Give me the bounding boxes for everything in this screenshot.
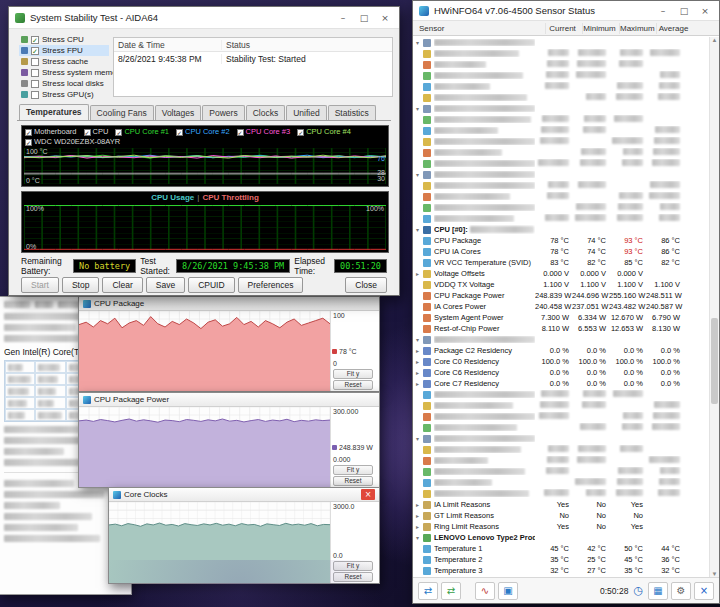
column-header-average[interactable]: Average [656,23,693,34]
tab-powers[interactable]: Powers [202,105,244,120]
close-icon[interactable]: × [361,489,375,500]
column-header-maximum[interactable]: Maximum [619,23,656,34]
graph-titlebar[interactable]: Core Clocks × [109,488,379,502]
stress-checkbox[interactable]: ✓ [31,47,39,55]
tab-temperatures[interactable]: Temperatures [19,104,89,120]
redacted-sensor-value [646,181,683,190]
minimize-button[interactable]: – [335,13,351,23]
stress-option[interactable]: ✓Stress FPU [19,45,109,56]
report-button[interactable]: ▦ [648,582,668,600]
maximize-button[interactable]: □ [356,13,372,23]
stress-checkbox[interactable] [31,91,39,99]
sensor-scrollbar[interactable]: ▲ ▼ [709,37,719,577]
sensor-section-header[interactable]: ▾CPU [#0]: [413,224,709,235]
tab-clocks[interactable]: Clocks [246,105,286,120]
sensor-row[interactable]: System Agent Power7.300 W6.334 W12.670 W… [413,312,709,323]
sensor-row[interactable]: Rest-of-Chip Power8.110 W6.553 W12.653 W… [413,323,709,334]
column-header-datetime[interactable]: Date & Time [114,40,222,50]
sensor-section-header[interactable]: ▾LENOVO Lenovo Type2 Product () [413,532,709,543]
sensor-row[interactable]: CPU Package78 °C74 °C93 °C86 °C [413,235,709,246]
stress-checkbox[interactable]: ✓ [31,36,39,44]
save-button[interactable]: Save [146,277,185,293]
redacted-text [660,71,680,78]
graph-titlebar[interactable]: CPU Package Power [79,393,379,407]
graph-button[interactable]: ∿ [475,582,495,600]
expand-icon: ▸ [416,380,423,387]
stress-checkbox[interactable] [31,69,39,77]
legend-checkbox[interactable]: ✓ [176,129,183,136]
sensor-row[interactable]: VDDQ TX Voltage1.100 V1.100 V1.100 V1.10… [413,279,709,290]
stress-option[interactable]: ✓Stress CPU [19,34,109,45]
minimize-button[interactable]: – [655,6,671,16]
stress-checkbox[interactable] [31,58,39,66]
sensor-row[interactable]: ▸Core C6 Residency0.0 %0.0 %0.0 %0.0 % [413,367,709,378]
stress-option[interactable]: Stress cache [19,56,109,67]
sensor-row[interactable]: VR VCC Temperature (SVID)83 °C82 °C85 °C… [413,257,709,268]
sensor-row[interactable]: IA Cores Power240.458 W237.051 W243.482 … [413,301,709,312]
graph-titlebar[interactable]: CPU Package [79,297,379,311]
close-sensors-button[interactable]: × [694,582,714,600]
sensor-row[interactable]: ▸Voltage Offsets0.000 V0.000 V0.000 V [413,268,709,279]
sensor-row[interactable]: ▸GT Limit ReasonsNoNoNo [413,510,709,521]
tab-voltages[interactable]: Voltages [155,105,202,120]
stress-option[interactable]: Stress GPU(s) [19,89,109,100]
sensor-row[interactable]: ▸Core C7 Residency0.0 %0.0 %0.0 %0.0 % [413,378,709,389]
reset-button[interactable]: Reset [333,380,373,390]
sensor-row[interactable]: ▸IA Limit ReasonsYesNoYes [413,499,709,510]
reset-minmax-button[interactable]: ⇄ [418,582,438,600]
reset-button[interactable]: Reset [333,476,373,486]
fit-y-button[interactable]: Fit y [333,561,373,571]
redacted-sensor-name [434,215,535,222]
graph-title: CPU Package Power [94,395,169,404]
table-row[interactable]: 8/26/2021 9:45:38 PM Stability Test: Sta… [114,52,392,66]
legend-checkbox[interactable]: ✓ [84,129,91,136]
sensor-row[interactable]: ▸Core C0 Residency100.0 %100.0 %100.0 %1… [413,356,709,367]
stop-button[interactable]: Stop [62,277,100,293]
reset-button[interactable]: Reset [333,572,373,582]
stress-checkbox[interactable] [31,80,39,88]
logging-button[interactable]: ⇄ [441,582,461,600]
legend-checkbox[interactable]: ✓ [25,129,32,136]
fit-y-button[interactable]: Fit y [333,369,373,379]
preferences-button[interactable]: Preferences [238,277,304,293]
legend-checkbox[interactable]: ✓ [25,139,32,146]
column-header-minimum[interactable]: Minimum [582,23,619,34]
redacted-sensor-name [434,479,535,486]
sensor-row[interactable]: ▸Ring Limit ReasonsYesNoYes [413,521,709,532]
close-button[interactable]: × [377,13,393,23]
scrollbar-thumb[interactable] [711,318,718,404]
scroll-up-icon[interactable]: ▲ [710,37,719,43]
settings-button[interactable]: ⚙ [671,582,691,600]
hwinfo-titlebar[interactable]: HWiNFO64 v7.06-4500 Sensor Status – □ × [413,1,719,21]
tab-statistics[interactable]: Statistics [328,105,376,120]
sensor-row[interactable]: CPU Package Power248.839 W244.696 W255.1… [413,290,709,301]
stress-option[interactable]: Stress local disks [19,78,109,89]
fit-y-button[interactable]: Fit y [333,465,373,475]
sensor-row[interactable]: CPU IA Cores78 °C74 °C93 °C86 °C [413,246,709,257]
column-header-current[interactable]: Current [545,23,582,34]
legend-item: ✓WDC WD20EZBX-08AYR [25,137,120,147]
hwinfo-window: HWiNFO64 v7.06-4500 Sensor Status – □ × … [412,0,720,604]
legend-checkbox[interactable]: ✓ [297,129,304,136]
legend-checkbox[interactable]: ✓ [115,129,122,136]
sensor-row[interactable]: Temperature 145 °C42 °C50 °C44 °C [413,543,709,554]
close-test-button[interactable]: Close [345,277,387,293]
aida64-titlebar[interactable]: System Stability Test - AIDA64 – □ × [9,7,399,29]
system-tray-button[interactable]: ▣ [498,582,518,600]
sensor-row[interactable]: Temperature 332 °C27 °C35 °C32 °C [413,565,709,576]
clear-button[interactable]: Clear [102,277,142,293]
sensor-row[interactable]: ▸Package C2 Residency0.0 %0.0 %0.0 %0.0 … [413,345,709,356]
cpuid-button[interactable]: CPUID [188,277,234,293]
tab-unified[interactable]: Unified [286,105,326,120]
tab-cooling-fans[interactable]: Cooling Fans [90,105,154,120]
column-header-sensor[interactable]: Sensor [413,24,545,33]
maximize-button[interactable]: □ [676,6,692,16]
legend-checkbox[interactable]: ✓ [237,129,244,136]
start-button[interactable]: Start [21,277,59,293]
sensor-row[interactable]: Temperature 235 °C25 °C45 °C36 °C [413,554,709,565]
axis-min-label: 0.0 [333,552,343,559]
redacted-text [649,192,680,199]
stress-option[interactable]: Stress system memory [19,67,109,78]
column-header-status[interactable]: Status [222,40,254,50]
close-button[interactable]: × [697,6,713,16]
